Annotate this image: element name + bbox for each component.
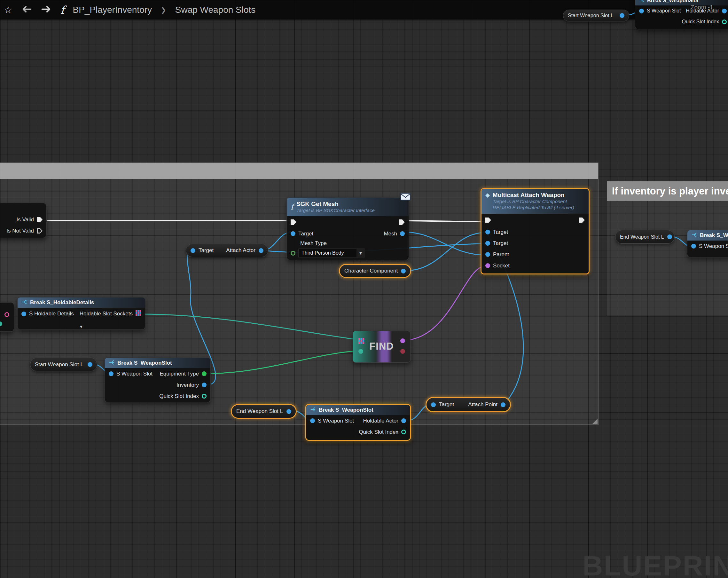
node-title: Multicast Attach Weapon — [493, 192, 574, 199]
favorite-star-icon[interactable]: ☆ — [4, 5, 12, 15]
node-get-attach-actor[interactable]: Target Attach Actor — [186, 244, 268, 257]
s-weapon-slot-pin[interactable] — [691, 244, 696, 249]
start-weapon-slot-pin[interactable] — [620, 13, 624, 18]
end-weapon-slot-pin[interactable] — [286, 409, 291, 414]
node-title: Break S_WeaponSlot — [117, 360, 172, 366]
pin-label: S Weapon Slot — [647, 8, 681, 14]
find-value-pin[interactable] — [400, 338, 405, 343]
start-weapon-slot-pin[interactable] — [87, 362, 93, 367]
pin-label: Parent — [493, 251, 509, 258]
break-struct-icon — [639, 0, 644, 4]
pin-label: Socket — [493, 262, 510, 269]
node-break-s-weaponslot-right[interactable]: Break S_WeaponSlot S Weapon Slot — [687, 230, 728, 257]
node-end-weapon-slot-l[interactable]: End Weapon Slot L — [231, 404, 297, 419]
blueprint-watermark: BLUEPRINT — [582, 550, 728, 578]
parent-pin[interactable] — [485, 252, 490, 257]
pin-label: Holdable Slot Sockets — [80, 310, 133, 317]
node-is-valid[interactable]: Is Valid Is Not Valid — [0, 203, 47, 238]
node-break-s-weaponslot-top[interactable]: Break S_WeaponSlot S Weapon Slot Holdabl… — [635, 0, 728, 29]
target-pin[interactable] — [431, 402, 436, 407]
chevron-down-icon[interactable]: ▼ — [357, 249, 365, 257]
quick-slot-index-pin[interactable] — [722, 20, 727, 24]
pin-label: Target — [199, 247, 214, 254]
target-pin[interactable] — [190, 248, 196, 253]
attach-actor-pin[interactable] — [259, 248, 263, 253]
forward-button[interactable] — [41, 5, 52, 15]
pin-label: Is Not Valid — [6, 228, 34, 234]
node-title: Break S_WeaponSlot — [647, 0, 699, 3]
node-multicast-attach-weapon[interactable]: ◆ Multicast Attach Weapon Target is BP C… — [480, 188, 590, 274]
mesh-type-dropdown[interactable]: Third Person Body ▼ — [298, 248, 365, 258]
exec-out-pin[interactable] — [399, 220, 405, 225]
equipment-type-pin[interactable] — [202, 371, 207, 376]
pin-label: Target — [493, 240, 508, 247]
s-holdable-details-pin[interactable] — [21, 311, 26, 316]
s-weapon-slot-pin[interactable] — [109, 371, 113, 376]
struct-pin[interactable] — [4, 312, 9, 317]
pin-label: S Weapon Slot — [116, 371, 153, 377]
comment-resize-handle[interactable] — [593, 419, 598, 424]
pin-label: Attach Actor — [226, 247, 256, 254]
node-character-component[interactable]: Character Component — [339, 264, 411, 278]
target-pin[interactable] — [485, 241, 490, 246]
s-weapon-slot-pin[interactable] — [639, 9, 644, 14]
node-break-s-weaponslot-2[interactable]: Break S_WeaponSlot S Weapon Slot Holdabl… — [305, 404, 411, 441]
exec-out-pin[interactable] — [37, 228, 43, 233]
node-end-weapon-slot-l-right[interactable]: End Weapon Slot L — [615, 230, 675, 244]
find-success-pin[interactable] — [400, 349, 405, 354]
map-pin-icon[interactable] — [135, 310, 141, 317]
pin-label: Mesh — [384, 231, 397, 237]
breadcrumb-chevron-icon: ❯ — [161, 6, 166, 14]
pin-label: Attach Point — [468, 401, 497, 408]
node-subtitle: Target is BP Character Component — [493, 199, 574, 205]
mesh-type-pin[interactable] — [291, 251, 295, 256]
map-pin-icon[interactable] — [358, 338, 364, 345]
holdable-actor-pin[interactable] — [401, 419, 406, 423]
comment-title[interactable] — [0, 163, 598, 179]
exec-out-pin[interactable] — [579, 218, 585, 223]
function-icon: f — [291, 202, 293, 211]
breadcrumb-current: Swap Weapon Slots — [175, 5, 256, 15]
inventory-pin[interactable] — [202, 382, 207, 387]
find-key-pin[interactable] — [358, 349, 363, 354]
node-title: Break S_WeaponSlot — [319, 407, 373, 413]
variable-label: Start Weapon Slot L — [35, 361, 84, 368]
interface-message-icon — [400, 193, 411, 202]
collapse-arrow-icon[interactable]: ▼ — [18, 325, 145, 329]
blueprint-graph-canvas[interactable]: BLUEPRINT If inventory is player inve ☆ … — [0, 0, 728, 578]
node-map-find[interactable]: FIND — [353, 331, 411, 363]
node-break-s-holdabledetails[interactable]: Break S_HoldableDetails S Holdable Detai… — [17, 297, 145, 330]
pin-label: Quick Slot Index — [682, 19, 719, 25]
pin-label: Target — [493, 229, 508, 235]
target-pin[interactable] — [291, 231, 295, 236]
node-start-weapon-slot-l-top[interactable]: Start Weapon Slot L — [563, 9, 629, 21]
zoom-level-indicator: Zoom -1 — [691, 4, 713, 11]
node-title: Break S_HoldableDetails — [30, 299, 94, 306]
breadcrumb-root[interactable]: BP_PlayerInventory — [73, 5, 152, 15]
end-weapon-slot-pin[interactable] — [667, 234, 672, 239]
back-button[interactable] — [21, 5, 32, 15]
pin-label: S Weapon Slot — [699, 243, 728, 250]
exec-in-pin[interactable] — [291, 220, 296, 225]
pin-label: S Weapon Slot — [318, 418, 354, 424]
exec-in-pin[interactable] — [485, 218, 491, 223]
pin-label: Holdable Actor — [363, 418, 398, 424]
attach-point-pin[interactable] — [501, 402, 505, 407]
exec-out-pin[interactable] — [37, 217, 43, 222]
node-sgk-get-mesh[interactable]: f SGK Get Mesh Target is BP SGKCharacter… — [286, 197, 409, 260]
partial-node-left[interactable] — [0, 302, 14, 332]
node-start-weapon-slot-l[interactable]: Start Weapon Slot L — [30, 358, 97, 371]
mesh-pin[interactable] — [400, 231, 405, 236]
target-pin[interactable] — [485, 230, 490, 234]
character-component-pin[interactable] — [401, 269, 406, 274]
comment-title[interactable]: If inventory is player inve — [607, 181, 728, 201]
socket-pin[interactable] — [485, 263, 490, 268]
node-get-attach-point[interactable]: Target Attach Point — [425, 397, 511, 412]
pin-label: Quick Slot Index — [359, 429, 398, 435]
node-break-s-weaponslot-1[interactable]: Break S_WeaponSlot S Weapon Slot Equipme… — [105, 358, 211, 402]
quick-slot-index-pin[interactable] — [202, 394, 207, 399]
pin-label: Inventory — [177, 382, 199, 388]
quick-slot-index-pin[interactable] — [401, 430, 406, 434]
holdable-actor-pin[interactable] — [722, 9, 727, 14]
s-weapon-slot-pin[interactable] — [310, 419, 315, 423]
